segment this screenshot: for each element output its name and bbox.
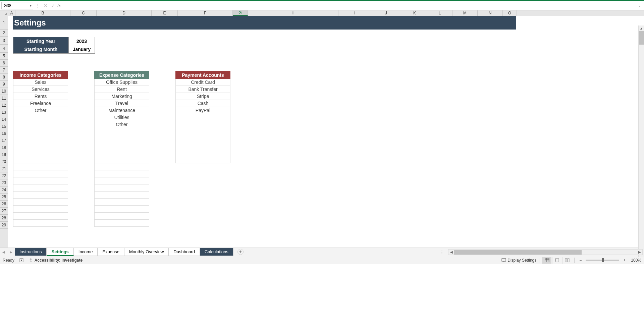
- page-layout-view-button[interactable]: [552, 257, 561, 264]
- list-item[interactable]: [13, 135, 68, 142]
- chevron-down-icon[interactable]: ▼: [29, 4, 32, 7]
- zoom-slider-thumb[interactable]: [602, 258, 604, 262]
- list-item[interactable]: Travel: [94, 100, 149, 107]
- list-item[interactable]: Marketing: [94, 93, 149, 100]
- row-header[interactable]: 4: [0, 45, 8, 53]
- horizontal-scroll-thumb[interactable]: [454, 250, 582, 255]
- list-item[interactable]: Utilities: [94, 114, 149, 121]
- vertical-scrollbar[interactable]: ▲ ▼: [638, 25, 644, 257]
- list-item[interactable]: [94, 149, 149, 156]
- list-item[interactable]: [94, 135, 149, 142]
- list-item[interactable]: Sales: [13, 79, 68, 86]
- row-header[interactable]: 3: [0, 37, 8, 45]
- scroll-right-icon[interactable]: ▶: [637, 249, 642, 255]
- list-item[interactable]: [175, 156, 230, 163]
- cells-area[interactable]: Settings Starting Year 2023 Starting Mon…: [8, 16, 644, 248]
- list-item[interactable]: Other: [13, 107, 68, 114]
- column-header[interactable]: F: [178, 10, 233, 16]
- scroll-left-icon[interactable]: ◀: [448, 249, 454, 255]
- list-item[interactable]: [94, 170, 149, 177]
- column-header[interactable]: O: [503, 10, 517, 16]
- list-item[interactable]: [13, 213, 68, 220]
- tab-nav-next-icon[interactable]: ▶: [7, 248, 15, 256]
- row-header[interactable]: 27: [0, 208, 8, 215]
- list-item[interactable]: [94, 192, 149, 199]
- list-item[interactable]: Freelance: [13, 100, 68, 107]
- list-item[interactable]: Maintenance: [94, 107, 149, 114]
- row-header[interactable]: 23: [0, 179, 8, 186]
- list-item[interactable]: [94, 128, 149, 135]
- column-header[interactable]: G: [233, 10, 248, 16]
- row-header[interactable]: 14: [0, 116, 8, 123]
- list-item[interactable]: [175, 114, 230, 121]
- zoom-out-button[interactable]: −: [577, 258, 584, 263]
- fx-icon[interactable]: fx: [57, 3, 61, 8]
- list-item[interactable]: Rents: [13, 93, 68, 100]
- add-sheet-button[interactable]: +: [237, 249, 244, 255]
- column-header[interactable]: N: [478, 10, 503, 16]
- sheet-tab[interactable]: Income: [74, 248, 98, 256]
- sheet-tab[interactable]: Calculations: [200, 248, 233, 256]
- list-item[interactable]: [13, 156, 68, 163]
- normal-view-button[interactable]: [542, 257, 551, 264]
- list-item[interactable]: Services: [13, 86, 68, 93]
- list-item[interactable]: [175, 135, 230, 142]
- row-header[interactable]: 6: [0, 60, 8, 67]
- column-header[interactable]: L: [427, 10, 452, 16]
- list-item[interactable]: [13, 142, 68, 149]
- list-item[interactable]: Cash: [175, 100, 230, 107]
- row-header[interactable]: 29: [0, 222, 8, 229]
- tab-nav-prev-icon[interactable]: ◀: [0, 248, 7, 256]
- list-item[interactable]: [94, 220, 149, 227]
- column-header[interactable]: H: [248, 10, 338, 16]
- list-item[interactable]: [175, 142, 230, 149]
- list-item[interactable]: Other: [94, 121, 149, 128]
- list-item[interactable]: [13, 170, 68, 177]
- column-header[interactable]: K: [402, 10, 427, 16]
- name-box[interactable]: G38 ▼: [1, 2, 33, 9]
- macro-record-icon[interactable]: [19, 258, 24, 263]
- column-header[interactable]: I: [338, 10, 370, 16]
- list-item[interactable]: Bank Transfer: [175, 86, 230, 93]
- starting-month-value[interactable]: January: [68, 45, 95, 53]
- starting-year-value[interactable]: 2023: [68, 37, 95, 45]
- list-item[interactable]: [13, 192, 68, 199]
- row-header[interactable]: 19: [0, 151, 8, 158]
- expand-formula-bar-icon[interactable]: ⌄: [637, 4, 643, 7]
- row-header[interactable]: 2: [0, 30, 8, 37]
- horizontal-scrollbar[interactable]: ◀ ▶: [448, 249, 643, 255]
- zoom-slider[interactable]: [586, 260, 619, 261]
- column-header[interactable]: B: [15, 10, 70, 16]
- column-header[interactable]: A: [8, 10, 15, 16]
- row-header[interactable]: 15: [0, 123, 8, 130]
- select-all-corner[interactable]: [0, 10, 8, 16]
- row-header[interactable]: 18: [0, 144, 8, 151]
- list-item[interactable]: [13, 199, 68, 206]
- list-item[interactable]: [175, 121, 230, 128]
- list-item[interactable]: [94, 142, 149, 149]
- list-item[interactable]: Office Supplies: [94, 79, 149, 86]
- row-header[interactable]: 9: [0, 81, 8, 88]
- row-header[interactable]: 26: [0, 201, 8, 208]
- sheet-tab[interactable]: Settings: [47, 248, 73, 256]
- row-header[interactable]: 13: [0, 109, 8, 116]
- list-item[interactable]: [13, 206, 68, 213]
- list-item[interactable]: [94, 163, 149, 170]
- list-item[interactable]: [13, 163, 68, 170]
- list-item[interactable]: [13, 184, 68, 192]
- vertical-scroll-thumb[interactable]: [639, 31, 644, 45]
- sheet-tab[interactable]: Dashboard: [169, 248, 200, 256]
- list-item[interactable]: [94, 206, 149, 213]
- row-header[interactable]: 24: [0, 186, 8, 194]
- row-header[interactable]: 21: [0, 165, 8, 172]
- row-header[interactable]: 1: [0, 16, 8, 30]
- tab-split-handle-icon[interactable]: ⋮: [440, 250, 444, 255]
- list-item[interactable]: [175, 128, 230, 135]
- list-item[interactable]: [94, 199, 149, 206]
- row-header[interactable]: 28: [0, 215, 8, 222]
- list-item[interactable]: [13, 128, 68, 135]
- column-header[interactable]: J: [370, 10, 402, 16]
- row-header[interactable]: 8: [0, 74, 8, 81]
- list-item[interactable]: [13, 121, 68, 128]
- scroll-up-icon[interactable]: ▲: [639, 25, 644, 31]
